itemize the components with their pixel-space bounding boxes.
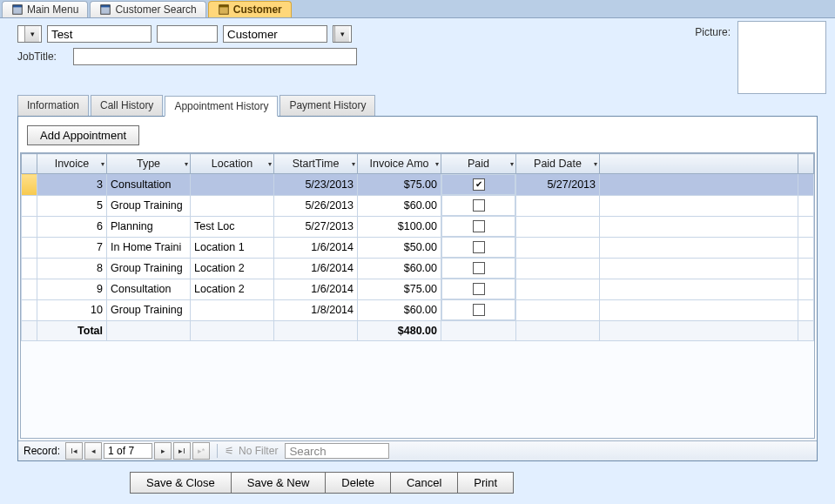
table-row[interactable]: 3 Consultation 5/23/2013 $75.00 ✔ 5/27/2… — [22, 174, 814, 196]
cancel-button[interactable]: Cancel — [390, 472, 458, 494]
cell-paid[interactable] — [441, 216, 515, 237]
nav-prev-button[interactable]: ◂ — [84, 442, 102, 460]
table-row[interactable]: 10 Group Training 1/8/2014 $60.00 — [22, 299, 814, 321]
row-selector[interactable] — [22, 237, 37, 258]
column-filter-icon[interactable]: ▾ — [510, 160, 514, 168]
cell-type[interactable]: Planning — [107, 216, 191, 237]
tab-information[interactable]: Information — [17, 95, 89, 116]
row-selector[interactable] — [22, 195, 37, 216]
cell-location[interactable] — [191, 299, 274, 321]
cell-paiddate[interactable] — [516, 195, 600, 216]
middle-input[interactable] — [157, 25, 218, 43]
row-selector[interactable] — [22, 216, 37, 237]
cell-paid[interactable] — [441, 195, 515, 216]
picture-box[interactable] — [737, 21, 826, 94]
add-appointment-button[interactable]: Add Appointment — [27, 125, 139, 145]
cell-starttime[interactable]: 1/6/2014 — [274, 237, 358, 258]
col-header-invoice-amo[interactable]: Invoice Amo▾ — [358, 154, 441, 174]
nav-last-button[interactable]: ▸I — [173, 442, 191, 460]
nav-next-button[interactable]: ▸ — [154, 442, 172, 460]
table-row[interactable]: 5 Group Training 5/26/2013 $60.00 — [22, 195, 814, 216]
tab-payment-history[interactable]: Payment History — [279, 95, 375, 116]
cell-amount[interactable]: $100.00 — [358, 216, 441, 237]
cell-type[interactable]: Group Training — [107, 299, 191, 321]
cell-starttime[interactable]: 1/6/2014 — [274, 258, 358, 279]
col-header-starttime[interactable]: StartTime▾ — [274, 154, 358, 174]
cell-location[interactable]: Location 2 — [191, 279, 274, 299]
nav-first-button[interactable]: I◂ — [65, 442, 83, 460]
checkbox-icon[interactable] — [473, 304, 485, 316]
cell-starttime[interactable]: 1/6/2014 — [274, 279, 358, 299]
column-filter-icon[interactable]: ▾ — [435, 160, 439, 168]
checkbox-icon[interactable] — [473, 241, 485, 253]
col-header-location[interactable]: Location▾ — [191, 154, 274, 174]
cell-amount[interactable]: $60.00 — [358, 195, 441, 216]
column-filter-icon[interactable]: ▾ — [185, 160, 188, 168]
cell-type[interactable]: Group Training — [107, 258, 191, 279]
cell-invoice[interactable]: 3 — [37, 174, 107, 196]
row-selector[interactable] — [22, 279, 37, 299]
cell-paid[interactable]: ✔ — [441, 174, 515, 195]
table-row[interactable]: 9 Consultation Location 2 1/6/2014 $75.0… — [22, 279, 814, 299]
table-row[interactable]: 6 Planning Test Loc 5/27/2013 $100.00 — [22, 216, 814, 237]
window-tab-main-menu[interactable]: Main Menu — [2, 1, 88, 17]
record-search-input[interactable] — [285, 443, 389, 459]
cell-paiddate[interactable] — [516, 258, 600, 279]
tab-call-history[interactable]: Call History — [91, 95, 163, 116]
cell-invoice[interactable]: 6 — [37, 216, 107, 237]
col-header-invoice[interactable]: Invoice▾ — [37, 154, 107, 174]
window-tab-customer-search[interactable]: Customer Search — [90, 1, 205, 17]
tab-appointment-history[interactable]: Appointment History — [165, 96, 278, 117]
cell-paid[interactable] — [441, 237, 515, 258]
record-position-input[interactable] — [104, 443, 152, 459]
jobtitle-input[interactable] — [73, 48, 357, 65]
table-row[interactable]: 7 In Home Traini Location 1 1/6/2014 $50… — [22, 237, 814, 258]
col-header-type[interactable]: Type▾ — [107, 154, 191, 174]
suffix-combo[interactable]: ▾ — [333, 25, 352, 43]
cell-location[interactable] — [191, 195, 274, 216]
cell-type[interactable]: Group Training — [107, 195, 191, 216]
col-header-paid[interactable]: Paid▾ — [441, 154, 516, 174]
checkbox-icon[interactable]: ✔ — [473, 178, 485, 191]
cell-starttime[interactable]: 1/8/2014 — [274, 299, 358, 321]
checkbox-icon[interactable] — [473, 262, 485, 274]
appointment-grid[interactable]: Invoice▾Type▾Location▾StartTime▾Invoice … — [21, 153, 814, 341]
cell-amount[interactable]: $75.00 — [358, 174, 441, 196]
column-filter-icon[interactable]: ▾ — [268, 160, 272, 168]
checkbox-icon[interactable] — [473, 220, 485, 232]
column-filter-icon[interactable]: ▾ — [352, 160, 355, 168]
delete-button[interactable]: Delete — [325, 472, 391, 494]
cell-paiddate[interactable] — [516, 216, 600, 237]
table-row[interactable]: 8 Group Training Location 2 1/6/2014 $60… — [22, 258, 814, 279]
window-tab-customer[interactable]: Customer — [208, 1, 292, 17]
cell-paid[interactable] — [441, 279, 515, 299]
cell-location[interactable] — [191, 174, 274, 196]
first-name-input[interactable] — [47, 25, 152, 43]
cell-paid[interactable] — [441, 299, 515, 320]
title-combo[interactable]: ▾ — [17, 25, 42, 43]
cell-invoice[interactable]: 9 — [37, 279, 107, 299]
row-selector[interactable] — [22, 174, 37, 196]
cell-starttime[interactable]: 5/27/2013 — [274, 216, 358, 237]
cell-invoice[interactable]: 10 — [37, 299, 107, 321]
cell-invoice[interactable]: 5 — [37, 195, 107, 216]
select-all-corner[interactable] — [22, 154, 37, 174]
column-filter-icon[interactable]: ▾ — [101, 160, 104, 168]
cell-type[interactable]: Consultation — [107, 174, 191, 196]
row-selector[interactable] — [22, 258, 37, 279]
cell-starttime[interactable]: 5/26/2013 — [274, 195, 358, 216]
cell-type[interactable]: Consultation — [107, 279, 191, 299]
cell-invoice[interactable]: 8 — [37, 258, 107, 279]
row-selector[interactable] — [22, 299, 37, 321]
cell-invoice[interactable]: 7 — [37, 237, 107, 258]
cell-location[interactable]: Test Loc — [191, 216, 274, 237]
checkbox-icon[interactable] — [473, 199, 485, 212]
cell-starttime[interactable]: 5/23/2013 — [274, 174, 358, 196]
cell-paiddate[interactable]: 5/27/2013 — [516, 174, 600, 196]
nav-new-button[interactable]: ▸* — [192, 442, 210, 460]
save-close-button[interactable]: Save & Close — [130, 472, 232, 494]
save-new-button[interactable]: Save & New — [231, 472, 327, 494]
cell-paiddate[interactable] — [516, 237, 600, 258]
checkbox-icon[interactable] — [473, 283, 485, 295]
cell-paiddate[interactable] — [516, 299, 600, 321]
